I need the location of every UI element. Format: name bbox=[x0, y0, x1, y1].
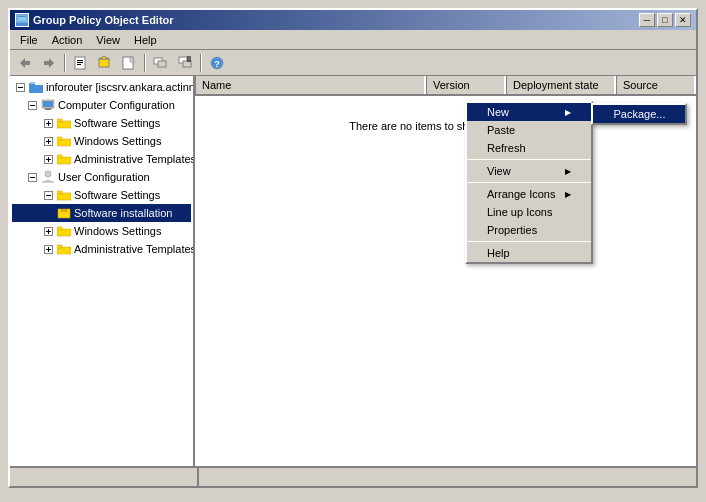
windows-settings-comp-expand bbox=[40, 133, 56, 149]
windows-settings-comp-label: Windows Settings bbox=[74, 135, 161, 147]
svg-rect-32 bbox=[44, 108, 52, 109]
col-deployment[interactable]: Deployment state bbox=[506, 76, 616, 94]
submenu-package[interactable]: Package... bbox=[593, 105, 685, 123]
minimize-button[interactable]: ─ bbox=[639, 13, 655, 27]
svg-rect-62 bbox=[57, 227, 62, 230]
toolbar-btn-5[interactable] bbox=[174, 52, 196, 74]
root-icon bbox=[28, 79, 44, 95]
back-button[interactable] bbox=[14, 52, 36, 74]
folder-icon-4 bbox=[56, 187, 72, 203]
ctx-lineup-icons-label: Line up Icons bbox=[487, 206, 552, 218]
admin-templates-comp-label: Administrative Templates bbox=[74, 153, 195, 165]
window-title: Group Policy Object Editor bbox=[33, 14, 174, 26]
menu-file[interactable]: File bbox=[14, 32, 44, 48]
ctx-help[interactable]: Help bbox=[467, 244, 591, 262]
ctx-lineup-icons[interactable]: Line up Icons bbox=[467, 203, 591, 221]
col-name-label: Name bbox=[202, 79, 231, 91]
col-version-label: Version bbox=[433, 79, 470, 91]
software-settings-comp-expand bbox=[40, 115, 56, 131]
ctx-arrange-icons[interactable]: Arrange Icons ▶ bbox=[467, 185, 591, 203]
help-button[interactable]: ? bbox=[206, 52, 228, 74]
svg-marker-10 bbox=[99, 56, 109, 59]
window-icon bbox=[15, 13, 29, 27]
status-left bbox=[14, 468, 199, 486]
admin-templates-user-expand bbox=[40, 241, 56, 257]
tree-software-installation[interactable]: Software installation bbox=[12, 204, 191, 222]
tree-root[interactable]: inforouter [iscsrv.ankara.actinn.co bbox=[12, 78, 191, 96]
toolbar-btn-4[interactable] bbox=[150, 52, 172, 74]
tree-windows-settings-user[interactable]: Windows Settings bbox=[12, 222, 191, 240]
ctx-arrange-icons-label: Arrange Icons bbox=[487, 188, 555, 200]
svg-rect-24 bbox=[29, 85, 43, 93]
tree-software-settings-comp[interactable]: Software Settings bbox=[12, 114, 191, 132]
folder-icon-1 bbox=[56, 115, 72, 131]
ctx-help-label: Help bbox=[487, 247, 510, 259]
svg-rect-54 bbox=[57, 191, 62, 194]
software-installation-label: Software installation bbox=[74, 207, 172, 219]
tree-pane: inforouter [iscsrv.ankara.actinn.co bbox=[10, 76, 195, 466]
tree-windows-settings-comp[interactable]: Windows Settings bbox=[12, 132, 191, 150]
svg-marker-4 bbox=[44, 58, 54, 68]
tree-computer-config[interactable]: Computer Configuration bbox=[12, 96, 191, 114]
svg-point-50 bbox=[45, 171, 51, 177]
ctx-properties[interactable]: Properties bbox=[467, 221, 591, 239]
software-settings-user-expand bbox=[40, 187, 56, 203]
col-name[interactable]: Name bbox=[195, 76, 426, 94]
admin-templates-comp-expand bbox=[40, 151, 56, 167]
computer-config-label: Computer Configuration bbox=[58, 99, 175, 111]
ctx-new-arrow: ▶ bbox=[565, 108, 571, 117]
tree-admin-templates-comp[interactable]: Administrative Templates bbox=[12, 150, 191, 168]
close-button[interactable]: ✕ bbox=[675, 13, 691, 27]
title-buttons: ─ □ ✕ bbox=[639, 13, 691, 27]
ctx-properties-label: Properties bbox=[487, 224, 537, 236]
tree-root-label: inforouter [iscsrv.ankara.actinn.co bbox=[46, 81, 195, 93]
maximize-button[interactable]: □ bbox=[657, 13, 673, 27]
toolbar-btn-1[interactable] bbox=[70, 52, 92, 74]
ctx-view-label: View bbox=[487, 165, 511, 177]
svg-rect-7 bbox=[77, 62, 83, 63]
ctx-new[interactable]: New ▶ Package... bbox=[467, 103, 591, 121]
svg-text:?: ? bbox=[214, 59, 220, 69]
windows-settings-user-expand bbox=[40, 223, 56, 239]
svg-rect-6 bbox=[77, 60, 83, 61]
toolbar-btn-3[interactable] bbox=[118, 52, 140, 74]
folder-icon-2 bbox=[56, 133, 72, 149]
status-bar bbox=[10, 466, 696, 486]
folder-icon-5 bbox=[56, 223, 72, 239]
menu-help[interactable]: Help bbox=[128, 32, 163, 48]
forward-button[interactable] bbox=[38, 52, 60, 74]
tree-user-config[interactable]: User Configuration bbox=[12, 168, 191, 186]
package-icon bbox=[56, 205, 72, 221]
svg-rect-37 bbox=[57, 119, 62, 122]
ctx-sep-2 bbox=[467, 182, 591, 183]
user-config-label: User Configuration bbox=[58, 171, 150, 183]
ctx-view[interactable]: View ▶ bbox=[467, 162, 591, 180]
ctx-refresh-label: Refresh bbox=[487, 142, 526, 154]
column-headers: Name Version Deployment state Source bbox=[195, 76, 696, 96]
col-source[interactable]: Source bbox=[616, 76, 696, 94]
svg-rect-31 bbox=[45, 109, 51, 110]
windows-settings-user-label: Windows Settings bbox=[74, 225, 161, 237]
tree-admin-templates-user[interactable]: Administrative Templates bbox=[12, 240, 191, 258]
svg-rect-1 bbox=[18, 17, 26, 21]
col-source-label: Source bbox=[623, 79, 658, 91]
menu-view[interactable]: View bbox=[90, 32, 126, 48]
ctx-paste[interactable]: Paste bbox=[467, 121, 591, 139]
tree-software-settings-user[interactable]: Software Settings bbox=[12, 186, 191, 204]
expand-icon bbox=[12, 79, 28, 95]
menu-action[interactable]: Action bbox=[46, 32, 89, 48]
svg-rect-16 bbox=[183, 61, 191, 67]
ctx-refresh[interactable]: Refresh bbox=[467, 139, 591, 157]
svg-rect-30 bbox=[43, 101, 53, 107]
toolbar-btn-2[interactable] bbox=[94, 52, 116, 74]
user-icon bbox=[40, 169, 56, 185]
ctx-sep-1 bbox=[467, 159, 591, 160]
toolbar: ? bbox=[10, 50, 696, 76]
context-menu: New ▶ Package... Paste Refresh bbox=[465, 101, 593, 264]
col-version[interactable]: Version bbox=[426, 76, 506, 94]
main-area: inforouter [iscsrv.ankara.actinn.co bbox=[10, 76, 696, 466]
svg-rect-14 bbox=[158, 61, 166, 67]
svg-rect-8 bbox=[77, 64, 81, 65]
ctx-new-label: New bbox=[487, 106, 509, 118]
software-settings-comp-label: Software Settings bbox=[74, 117, 160, 129]
